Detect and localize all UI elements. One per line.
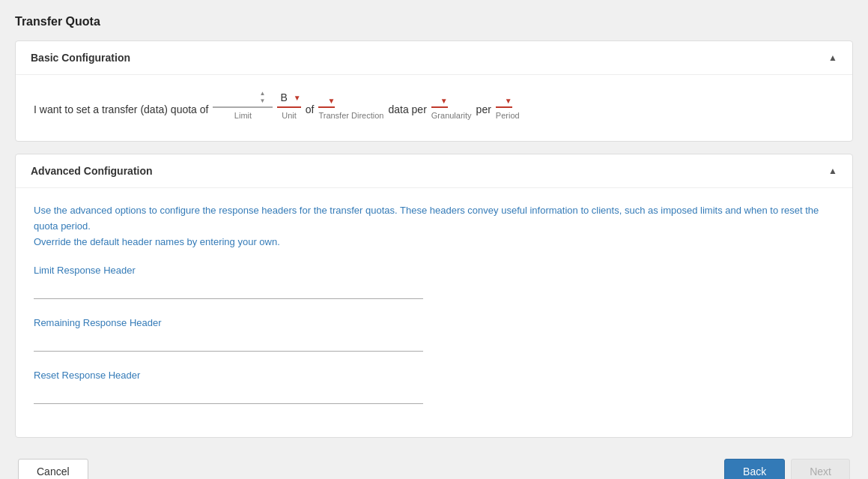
basic-config-body: I want to set a transfer (data) quota of… [16,75,852,141]
of-text: of [306,103,315,120]
limit-response-header-label: Limit Response Header [34,265,834,276]
granularity-label: Granularity [431,111,472,120]
advanced-config-title: Advanced Configuration [31,165,153,177]
unit-field-group: B ▼ Unit [277,90,300,120]
back-button[interactable]: Back [724,459,785,479]
limit-input[interactable] [213,90,258,105]
info-text-1: Use the advanced options to configure th… [34,205,398,216]
advanced-config-card: Advanced Configuration ▲ Use the advance… [15,154,853,438]
sentence-prefix: I want to set a transfer (data) quota of [34,103,208,120]
info-text-3: Override the default header names by ent… [34,236,280,247]
remaining-response-header-input[interactable] [34,333,423,352]
footer: Cancel Back Next [15,450,853,479]
transfer-direction-value [318,100,324,103]
limit-down-arrow[interactable]: ▼ [259,97,265,105]
data-per-text: data per [388,103,426,120]
unit-select-wrapper[interactable]: B ▼ [277,90,300,108]
basic-config-collapse-icon[interactable]: ▲ [828,52,837,63]
basic-config-header: Basic Configuration ▲ [16,41,852,75]
footer-right: Back Next [724,459,850,479]
granularity-field-group: ▼ Granularity [431,97,472,120]
period-field-group: ▼ Period [496,97,520,120]
period-select-wrapper[interactable]: ▼ [496,97,512,108]
reset-response-header-input[interactable] [34,385,423,404]
basic-config-title: Basic Configuration [31,52,130,64]
limit-label: Limit [213,111,273,120]
page-title: Transfer Quota [15,15,853,28]
cancel-button[interactable]: Cancel [18,459,88,479]
unit-value: B [277,90,290,105]
limit-field-group: ▲ ▼ Limit [213,90,273,120]
basic-config-card: Basic Configuration ▲ I want to set a tr… [15,40,853,142]
transfer-direction-field-group: ▼ Transfer Direction [318,97,383,120]
transfer-direction-dropdown-arrow[interactable]: ▼ [327,97,335,105]
per-text: per [476,103,491,120]
period-value [496,100,502,103]
advanced-config-body: Use the advanced options to configure th… [16,188,852,437]
reset-response-header-field: Reset Response Header [34,370,834,404]
limit-up-arrow[interactable]: ▲ [259,90,265,97]
advanced-config-collapse-icon[interactable]: ▲ [828,166,837,176]
transfer-direction-label: Transfer Direction [318,111,383,120]
info-text: Use the advanced options to configure th… [34,203,834,250]
granularity-dropdown-arrow[interactable]: ▼ [440,97,448,105]
quota-sentence: I want to set a transfer (data) quota of… [34,90,834,120]
next-button: Next [791,459,850,479]
reset-response-header-label: Reset Response Header [34,370,834,381]
limit-response-header-field: Limit Response Header [34,265,834,299]
unit-dropdown-arrow[interactable]: ▼ [294,94,301,102]
limit-spinner-arrows[interactable]: ▲ ▼ [259,90,265,104]
remaining-response-header-label: Remaining Response Header [34,317,834,328]
granularity-select-wrapper[interactable]: ▼ [431,97,448,108]
unit-label: Unit [277,111,300,120]
period-dropdown-arrow[interactable]: ▼ [505,97,512,105]
remaining-response-header-field: Remaining Response Header [34,317,834,352]
granularity-value [431,100,437,103]
period-label: Period [496,111,520,120]
advanced-config-header: Advanced Configuration ▲ [16,154,852,188]
transfer-direction-select-wrapper[interactable]: ▼ [318,97,335,108]
limit-response-header-input[interactable] [34,280,423,299]
limit-spinner-wrapper[interactable]: ▲ ▼ [213,90,273,108]
